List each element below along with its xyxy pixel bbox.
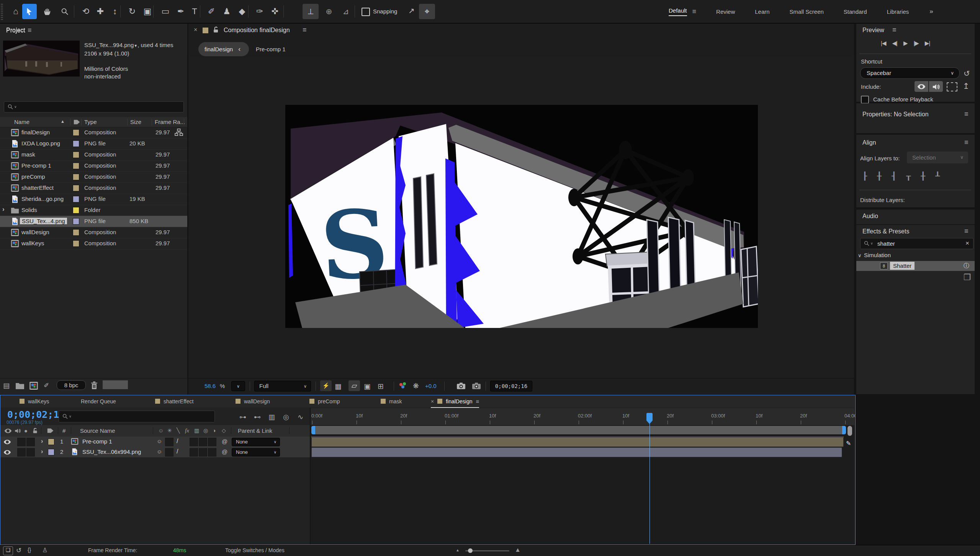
project-search-input[interactable]: ∨ [4, 101, 184, 113]
tab-label[interactable]: wallDesign [244, 398, 270, 404]
item-label-chip[interactable] [73, 207, 79, 214]
timeline-timecode[interactable]: 0;00;02;16 [7, 409, 65, 420]
timeline-tab-wallkeys[interactable]: wallKeys [20, 395, 49, 407]
audio-panel-title[interactable]: Audio [862, 213, 878, 220]
project-row[interactable]: maskComposition29.97 [0, 149, 187, 161]
tab-label[interactable]: wallKeys [28, 398, 49, 404]
workspace-review[interactable]: Review [716, 8, 735, 15]
puppet-status-icon[interactable]: ♙ [42, 546, 47, 554]
effects-panel-menu-icon[interactable]: ≡ [964, 227, 969, 235]
work-area-start-handle[interactable] [311, 426, 315, 434]
motion-blur-icon[interactable]: ◎ [283, 413, 289, 421]
work-area-bar[interactable] [311, 426, 846, 434]
rectangle-tool[interactable]: ▭ [158, 4, 173, 19]
item-label-chip[interactable] [73, 129, 79, 136]
composition-tab-title[interactable]: Composition finalDesign [224, 27, 290, 34]
zoom-tool[interactable] [57, 4, 72, 19]
item-label-chip[interactable] [73, 218, 79, 225]
layer-visibility-eye-icon[interactable] [3, 439, 11, 445]
comp-tab-label-chip[interactable] [202, 27, 209, 34]
project-row[interactable]: finalDesignComposition29.97 [0, 127, 187, 139]
composition-viewport-image[interactable]: S [285, 105, 758, 328]
layer-audio-box[interactable] [17, 438, 26, 446]
home-tool[interactable]: ⌂ [8, 4, 23, 19]
resolution-dropdown[interactable]: Full ∨ [254, 381, 311, 391]
switches-adjustment-icon[interactable]: ◑ [213, 427, 216, 434]
project-row[interactable]: preCompComposition29.97 [0, 171, 187, 183]
info-filename[interactable]: SSU_Tex...994.png [84, 42, 134, 48]
reset-shortcut-icon[interactable]: ↺ [964, 69, 970, 78]
exposure-value[interactable]: +0.0 [425, 383, 437, 389]
align-center-horizontal-icon[interactable]: ╂ [877, 171, 882, 181]
workspace-small-screen[interactable]: Small Screen [790, 8, 824, 15]
effect-item-row[interactable]: 8Shatterⓘ [856, 261, 975, 271]
tab-label[interactable]: finalDesign [446, 398, 472, 404]
new-composition-icon[interactable] [29, 382, 38, 390]
project-row[interactable]: IXDA Logo.pngPNG file20 KB [0, 138, 187, 150]
workspace-menu-icon[interactable]: ≡ [692, 8, 697, 16]
switches-motion-blur-icon[interactable]: ◎ [203, 427, 208, 434]
timeline-tab-mask[interactable]: mask [381, 395, 402, 407]
item-name[interactable]: finalDesign [21, 129, 50, 135]
layer-3d-box[interactable] [208, 438, 216, 446]
timeline-tab-walldesign[interactable]: wallDesign [236, 395, 270, 407]
previous-frame-button[interactable]: ◀| [892, 40, 897, 50]
puppet-pin-tool[interactable]: ✜ [268, 4, 282, 19]
hand-tool[interactable] [40, 4, 54, 19]
footer-drag-area[interactable] [103, 380, 128, 389]
clone-stamp-tool[interactable]: ♟ [219, 4, 234, 19]
graph-editor-icon[interactable]: ∿ [298, 413, 303, 421]
transparency-grid-icon[interactable]: ▦ [335, 382, 342, 391]
camera-tool[interactable]: ▣ [140, 4, 155, 19]
layer-row[interactable]: ›1Pre-comp 1☺/@None∨ [0, 437, 310, 447]
toggle-switches-label[interactable]: Toggle Switches / Modes [225, 547, 285, 553]
properties-panel-title[interactable]: Properties: No Selection [862, 111, 929, 118]
timeline-zoom-knob[interactable] [468, 548, 473, 553]
layer-collapse-box[interactable] [165, 438, 173, 446]
layer-label-chip[interactable] [48, 439, 54, 445]
timeline-tab-render-queue[interactable]: Render Queue [81, 395, 116, 407]
zoom-out-mountain-icon[interactable]: ▲ [456, 548, 460, 552]
project-panel-title[interactable]: Project [6, 27, 25, 34]
layer-effects-box[interactable] [190, 448, 198, 457]
switches-fx-icon[interactable]: fx [185, 427, 189, 434]
zoom-in-mountain-icon[interactable]: ▲ [515, 546, 521, 553]
layer-parent-dropdown[interactable]: None∨ [232, 448, 280, 457]
item-name[interactable]: Sherida...go.png [21, 196, 64, 202]
effect-name[interactable]: Shatter [890, 262, 915, 270]
workspace-standard[interactable]: Standard [844, 8, 867, 15]
layer-effects-box[interactable] [190, 438, 198, 446]
workspace-default[interactable]: Default [669, 7, 687, 16]
switches-quality-icon[interactable]: ╲ [177, 427, 180, 434]
orbit-camera-tool[interactable]: ⟲ [79, 4, 93, 19]
channel-rgb-icon[interactable] [398, 382, 407, 390]
show-snapshot-icon[interactable] [472, 382, 481, 390]
layer-quality-icon[interactable]: / [177, 448, 178, 455]
switches-collapse-icon[interactable]: ✳ [167, 427, 172, 434]
frame-blend-icon[interactable]: ▥ [268, 413, 275, 421]
work-area-end-handle[interactable] [842, 426, 846, 434]
item-label-chip[interactable] [73, 174, 79, 180]
playhead-line[interactable] [650, 417, 650, 544]
item-name[interactable]: wallKeys [21, 240, 44, 246]
left-track-divider[interactable] [310, 408, 311, 545]
zoom-level-value[interactable]: 58.6 [205, 383, 216, 389]
project-row[interactable]: wallKeysComposition29.97 [0, 238, 187, 249]
tab-label[interactable]: Render Queue [81, 398, 116, 404]
view-axis-mode[interactable]: ⊿ [338, 4, 354, 19]
eraser-tool[interactable]: ◆ [235, 4, 249, 19]
mask-visibility-icon[interactable]: ▣ [364, 382, 371, 391]
layer-parent-dropdown[interactable]: None∨ [232, 438, 280, 446]
fast-previews-icon[interactable]: ⚡ [320, 380, 332, 391]
layer-duration-bar[interactable] [311, 437, 844, 447]
effect-info-icon[interactable]: ⓘ [964, 262, 969, 269]
comp-breadcrumb-pill[interactable]: finalDesign ‹ [198, 42, 249, 56]
breadcrumb-parent[interactable]: Pre-comp 1 [256, 46, 286, 52]
include-audio-button[interactable] [929, 81, 943, 92]
pen-tool[interactable]: ✒ [173, 4, 188, 19]
item-name[interactable]: SSU_Tex...4.png [20, 218, 67, 224]
project-row[interactable]: Pre-comp 1Composition29.97 [0, 160, 187, 172]
viewer-timecode-field[interactable]: 0;00;02;16 [490, 381, 532, 391]
layer-source-name[interactable]: Pre-comp 1 [82, 438, 112, 445]
parent-link-column[interactable]: Parent & Link [238, 427, 272, 434]
